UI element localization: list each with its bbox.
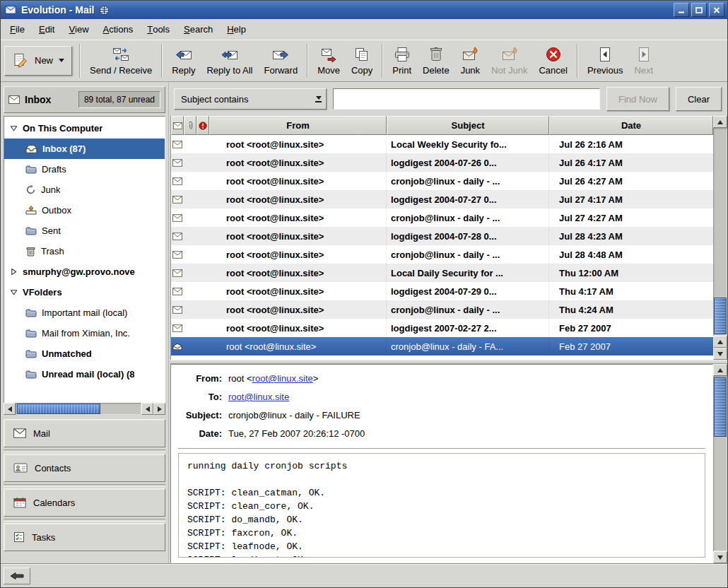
expander-down-icon[interactable] [9, 124, 18, 132]
scroll-down-button[interactable] [713, 348, 727, 360]
minimize-button[interactable] [674, 3, 689, 17]
sidebar-group-vfolders[interactable]: VFolders [4, 282, 165, 302]
arrow-down-icon [717, 555, 723, 560]
copy-button[interactable]: Copy [346, 42, 378, 80]
delete-button[interactable]: Delete [417, 42, 455, 80]
search-criteria-select[interactable]: Subject contains [174, 88, 327, 110]
switcher-contacts-button[interactable]: Contacts [4, 454, 165, 482]
message-row[interactable]: root <root@linux.site> Local Daily Secur… [171, 264, 713, 282]
previous-button[interactable]: Previous [582, 42, 629, 80]
expander-down-icon[interactable] [9, 288, 18, 296]
scroll-up-button[interactable] [713, 116, 727, 128]
attachment-column-header[interactable] [184, 116, 196, 135]
component-switcher: Mail Contacts Calendars Tasks [4, 419, 165, 551]
message-row[interactable]: root <root@linux.site> logdigest 2004-07… [171, 282, 713, 300]
arrow-up-icon [717, 340, 723, 344]
sidebar-item-sent[interactable]: Sent [4, 220, 165, 241]
sidebar-item-important-mail[interactable]: Important mail (local) [4, 302, 165, 323]
message-row[interactable]: root <root@linux.site> cronjob@linux - d… [171, 245, 713, 264]
sidebar-h-scrollbar[interactable] [4, 403, 165, 415]
scroll-left-button[interactable] [4, 403, 16, 415]
sidebar-item-outbox[interactable]: Outbox [4, 200, 165, 220]
menu-actions[interactable]: Actions [96, 19, 141, 40]
sidebar-item-inbox[interactable]: Inbox (87) [4, 139, 165, 159]
message-row[interactable]: root <root@linux.site> logdigest 2004-07… [171, 227, 713, 245]
message-row[interactable]: root <root@linux.site> cronjob@linux - d… [171, 172, 713, 190]
message-list-scrollbar[interactable] [713, 116, 727, 360]
menu-edit[interactable]: Edit [32, 19, 61, 40]
forward-button[interactable]: Forward [258, 42, 303, 80]
from-column-header[interactable]: From [209, 116, 387, 135]
scroll-thumb[interactable] [714, 377, 727, 437]
sidebar-item-drafts[interactable]: Drafts [4, 159, 165, 180]
date-column-header[interactable]: Date [549, 116, 713, 135]
cancel-button[interactable]: Cancel [533, 42, 573, 80]
find-now-button[interactable]: Find Now [606, 87, 669, 111]
scroll-track[interactable] [713, 376, 727, 551]
scroll-track[interactable] [713, 128, 727, 336]
scroll-thumb[interactable] [714, 298, 727, 334]
reply-button[interactable]: Reply [166, 42, 201, 80]
message-row-selected[interactable]: root <root@linux.site> cronjob@linux - d… [171, 337, 713, 355]
expander-right-icon[interactable] [9, 268, 18, 276]
message-row[interactable]: root <root@linux.site> logdigest 2004-07… [171, 190, 713, 208]
switcher-tasks-button[interactable]: Tasks [4, 523, 165, 551]
hide-sidebar-button[interactable] [4, 568, 30, 584]
close-button[interactable] [709, 3, 724, 17]
message-row[interactable]: root <root@linux.site> cronjob@linux - d… [171, 208, 713, 227]
print-button[interactable]: Print [387, 42, 417, 80]
reply-to-all-button[interactable]: Reply to All [201, 42, 258, 80]
sidebar-group-account[interactable]: smurphy@gw.provo.nove [4, 261, 165, 282]
menu-search[interactable]: Search [177, 19, 220, 40]
sidebar-item-unread-mail[interactable]: Unread mail (local) (8 [4, 364, 165, 384]
scroll-right-button[interactable] [153, 403, 165, 415]
clear-button[interactable]: Clear [676, 87, 722, 111]
menu-tools[interactable]: Tools [140, 19, 177, 40]
attachment-cell [184, 264, 196, 282]
new-message-icon [12, 52, 29, 69]
status-column-header[interactable] [171, 116, 184, 135]
to-address-link[interactable]: root@linux.site [228, 392, 289, 402]
move-button[interactable]: Move [312, 42, 346, 80]
folder-counts-badge: 89 total, 87 unread [78, 91, 160, 108]
junk-folder-icon [25, 184, 36, 195]
sidebar-item-junk[interactable]: Junk [4, 180, 165, 200]
message-row[interactable]: root <root@linux.site> Local Weekly Secu… [171, 135, 713, 153]
previous-icon [597, 46, 613, 63]
next-button[interactable]: Next [628, 42, 659, 80]
sidebar-item-unmatched[interactable]: Unmatched [4, 343, 165, 364]
toolbar-separator [577, 44, 578, 78]
titlebar[interactable]: Evolution - Mail [1, 1, 727, 19]
important-cell [196, 319, 209, 337]
sidebar-item-trash[interactable]: Trash [4, 241, 165, 261]
scroll-up-button[interactable] [713, 364, 727, 376]
scroll-down-button[interactable] [713, 551, 727, 563]
folder-icon [25, 226, 37, 235]
subject-column-header[interactable]: Subject [387, 116, 549, 135]
maximize-button[interactable] [691, 3, 707, 17]
junk-button[interactable]: Junk [455, 42, 486, 80]
important-column-header[interactable] [196, 116, 209, 135]
sidebar-item-mail-from-ximian[interactable]: Mail from Ximian, Inc. [4, 323, 165, 343]
message-row[interactable]: root <root@linux.site> cronjob@linux - d… [171, 300, 713, 319]
scroll-track[interactable] [16, 403, 141, 415]
from-address-link[interactable]: root@linux.site [252, 373, 313, 384]
message-row[interactable]: root <root@linux.site> logdigest 2007-02… [171, 319, 713, 337]
new-button[interactable]: New [4, 46, 72, 76]
message-row[interactable]: root <root@linux.site> logdigest 2004-07… [171, 153, 713, 172]
menu-file[interactable]: File [3, 19, 32, 40]
not-junk-button[interactable]: Not Junk [486, 42, 533, 80]
switcher-mail-button[interactable]: Mail [4, 419, 165, 447]
from-label: From: [180, 373, 222, 384]
sidebar-group-on-this-computer[interactable]: On This Computer [4, 118, 165, 139]
send-receive-button[interactable]: Send / Receive [84, 42, 158, 80]
search-input[interactable] [333, 88, 600, 110]
preview-scrollbar[interactable] [713, 364, 727, 563]
menu-help[interactable]: Help [220, 19, 253, 40]
scroll-up-button-2[interactable] [713, 336, 727, 348]
switcher-calendars-button[interactable]: Calendars [4, 488, 165, 517]
menu-view[interactable]: View [61, 19, 95, 40]
scroll-thumb[interactable] [17, 404, 100, 414]
message-from: root <root@linux.site> [209, 245, 387, 264]
scroll-left-button-2[interactable] [141, 403, 153, 415]
